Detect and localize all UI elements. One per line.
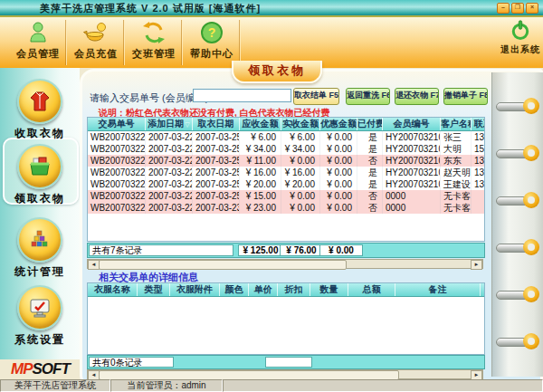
table-row[interactable]: WB200703220022007-03-222007-03-25¥ 15.00… xyxy=(88,190,484,202)
sidebar-item-system-settings[interactable]: 系统设置 xyxy=(0,285,80,348)
column-header[interactable]: 备注 xyxy=(395,283,481,296)
column-header[interactable]: 衣服附件 xyxy=(170,283,220,296)
pickup-settle-button[interactable]: 取衣结单 F5 xyxy=(293,88,339,105)
orders-table-header: 交易单号添加日期▽取衣日期应收金额实收金额优惠金额已付费会员编号客户名称联系 xyxy=(88,118,484,131)
table-row[interactable]: WB200703220062007-03-222007-03-25¥ 34.00… xyxy=(88,143,484,155)
binder-ring-icon xyxy=(496,145,539,161)
table-cell: ¥ 23.00 xyxy=(240,202,281,214)
column-header[interactable]: 交易单号 xyxy=(88,118,146,130)
rewash-button[interactable]: 返回重洗 F6 xyxy=(346,88,390,105)
detail-summary-bar: 共有0条记录 xyxy=(87,355,485,369)
column-header[interactable]: 总额 xyxy=(348,283,395,296)
table-cell: ¥ 0.00 xyxy=(320,190,357,202)
sidebar: 收取衣物 领取衣物 统计管理 系统设置 xyxy=(0,68,80,359)
table-cell: ¥ 0.00 xyxy=(281,155,320,167)
table-cell: ¥ 0.00 xyxy=(320,155,357,167)
table-row[interactable]: WB200703220032007-03-222007-03-25¥ 20.00… xyxy=(88,178,484,190)
toolbar-shift-management[interactable]: 交班管理 xyxy=(125,20,183,61)
column-header[interactable]: 联系 xyxy=(472,118,485,130)
toolbar-help-center[interactable]: ? 帮助中心 xyxy=(183,20,241,61)
toolbar-member-management[interactable]: 会员管理 xyxy=(9,20,67,61)
table-cell: 张三 xyxy=(441,131,472,143)
maximize-button[interactable]: ❐ xyxy=(511,3,524,14)
toolbar-member-recharge[interactable]: 会员充值 xyxy=(67,20,125,61)
binder-ring-icon xyxy=(496,333,539,349)
table-cell: ¥ 6.00 xyxy=(240,131,281,143)
status-app-name: 美萍干洗店管理系统 xyxy=(0,379,110,392)
binder-ring-icon xyxy=(496,239,539,255)
table-cell: WB20070322009 xyxy=(88,131,146,143)
column-header[interactable]: 单价 xyxy=(249,283,278,296)
table-cell: ¥ 0.00 xyxy=(320,131,357,143)
coat-icon xyxy=(17,79,62,124)
toolbar-separator xyxy=(123,20,124,65)
sidebar-item-receive-clothes[interactable]: 收取衣物 xyxy=(0,79,80,141)
column-header[interactable]: 取衣日期 xyxy=(193,118,240,130)
table-cell: ¥ 16.00 xyxy=(281,167,320,178)
column-header[interactable]: 折扣 xyxy=(278,283,310,296)
table-cell: HY20070321007 xyxy=(383,143,441,155)
table-cell: 2007-03-22 xyxy=(146,190,193,202)
table-cell: 0000 xyxy=(383,190,441,202)
column-header[interactable]: 客户名称 xyxy=(441,118,472,130)
table-cell xyxy=(472,202,485,214)
orders-table: 交易单号添加日期▽取衣日期应收金额实收金额优惠金额已付费会员编号客户名称联系 W… xyxy=(87,117,485,242)
orders-scrollbar[interactable]: ◄ ► xyxy=(87,259,483,269)
table-cell: WB20070322004 xyxy=(88,167,146,178)
table-cell: ¥ 20.00 xyxy=(240,178,281,190)
svg-text:?: ? xyxy=(208,25,216,40)
orders-summary-bar: 共有7条记录 ¥ 125.00 ¥ 76.00 ¥ 0.00 xyxy=(87,243,485,258)
column-header[interactable]: 优惠金额 xyxy=(320,118,357,130)
table-cell: WB20070322006 xyxy=(88,143,146,155)
return-clothes-button[interactable]: 退还衣物 F7 xyxy=(395,88,439,105)
record-count: 共有7条记录 xyxy=(89,244,233,256)
status-current-admin: 当前管理员：admin xyxy=(110,379,223,392)
monitor-check-icon xyxy=(17,285,62,330)
table-cell: 2007-03-22 xyxy=(146,202,193,214)
table-cell: WB20070322003 xyxy=(88,178,146,190)
sidebar-item-pickup-clothes[interactable]: 领取衣物 xyxy=(0,144,80,206)
scrollbar-thumb[interactable] xyxy=(99,260,347,270)
exit-system-button[interactable]: 退出系统 xyxy=(494,20,543,56)
minimize-button[interactable]: – xyxy=(497,3,510,14)
table-cell: 2007-03-25 xyxy=(193,155,240,167)
column-header[interactable]: 数量 xyxy=(310,283,348,296)
power-icon xyxy=(510,20,531,42)
help-icon: ? xyxy=(199,20,224,45)
tab-pickup-clothes[interactable]: 领取衣物 xyxy=(232,61,322,83)
table-cell: 无卡客户 xyxy=(441,190,472,202)
column-header[interactable]: 添加日期▽ xyxy=(146,118,193,130)
table-cell: ¥ 0.00 xyxy=(320,143,357,155)
table-cell: 否 xyxy=(357,155,383,167)
table-cell: 2007-03-25 xyxy=(193,167,240,178)
search-input[interactable] xyxy=(193,89,291,102)
table-cell: WB20070322002 xyxy=(88,190,146,202)
cancel-ticket-button[interactable]: 撤销单子 F8 xyxy=(443,88,488,105)
status-empty xyxy=(223,379,543,392)
table-row[interactable]: WB200703220052007-03-222007-03-25¥ 11.00… xyxy=(88,155,484,167)
column-header[interactable]: 已付费 xyxy=(357,118,383,130)
main-panel: 请输入交易单号 (会员编号)查询 取衣结单 F5 返回重洗 F6 退还衣物 F7… xyxy=(80,69,543,385)
detail-scrollbar[interactable]: ◄ ► xyxy=(87,369,483,379)
close-button[interactable]: × xyxy=(526,3,538,14)
table-cell: HY20070321005 xyxy=(383,167,441,178)
scroll-right-icon[interactable]: ► xyxy=(471,260,482,270)
table-cell: 134656 xyxy=(472,131,485,143)
column-header[interactable]: 会员编号 xyxy=(383,118,441,130)
sidebar-item-statistics[interactable]: 统计管理 xyxy=(0,217,80,280)
table-row[interactable]: WB200703220092007-03-222007-03-25¥ 6.00¥… xyxy=(88,131,484,143)
table-cell: 赵天明 xyxy=(441,167,472,178)
column-header[interactable]: 颜色 xyxy=(220,283,249,296)
column-header[interactable]: 衣服名称 xyxy=(88,283,138,296)
column-header[interactable]: 应收金额 xyxy=(240,118,281,130)
binder-ring-icon xyxy=(496,192,539,208)
column-header[interactable]: 实收金额 xyxy=(281,118,320,130)
table-row[interactable]: WB200703220012007-03-222007-03-23¥ 23.00… xyxy=(88,202,484,214)
column-header[interactable]: 类型 xyxy=(138,283,170,296)
stats-blocks-icon xyxy=(17,217,62,263)
basket-icon xyxy=(17,144,62,189)
table-cell: 2007-03-22 xyxy=(146,143,193,155)
table-row[interactable]: WB200703220042007-03-222007-03-25¥ 16.00… xyxy=(88,167,484,178)
total-discount: ¥ 0.00 xyxy=(319,244,363,256)
table-cell: 2007-03-22 xyxy=(146,155,193,167)
